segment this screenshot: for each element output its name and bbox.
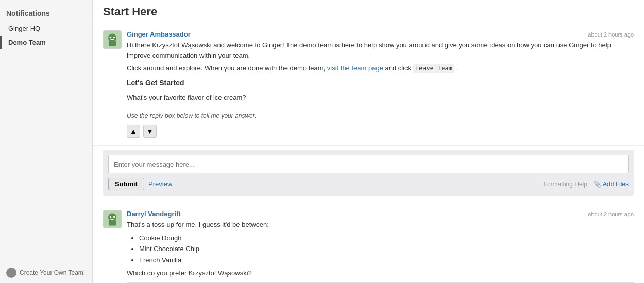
svg-point-3	[110, 37, 112, 39]
hint-1: Use the reply box below to tell me your …	[127, 111, 634, 120]
timestamp-2: about 2 hours ago	[588, 211, 634, 217]
sidebar-item-demo-team[interactable]: Demo Team	[0, 36, 92, 49]
main-content: Start Here Ginger Ambassador about 2 hou…	[93, 0, 644, 283]
plus-icon: +	[6, 268, 16, 278]
message-body-1: Hi there Krzysztof Wąsowski and welcome …	[127, 40, 634, 138]
reply-right-actions: Formatting Help 📎 Add Files	[544, 181, 629, 188]
sidebar-notifications-label: Notifications	[0, 5, 92, 22]
create-team-label: Create Your Own Team!	[20, 269, 85, 276]
add-files-link[interactable]: 📎 Add Files	[594, 181, 629, 188]
svg-point-9	[110, 216, 112, 218]
bold-heading-1: Let's Get Started	[127, 78, 634, 89]
svg-rect-8	[109, 220, 116, 226]
avatar-darryl	[103, 210, 122, 228]
timestamp-1: about 2 hours ago	[588, 31, 634, 38]
submit-button[interactable]: Submit	[108, 178, 144, 190]
avatar-ginger-ambassador	[103, 30, 122, 49]
message-body-2: That's a toss-up for me. I guess it'd be…	[127, 220, 634, 283]
divider-2	[127, 282, 634, 283]
list-item-cookie-dough: Cookie Dough	[139, 233, 634, 243]
sidebar-create-team[interactable]: + Create Your Own Team!	[0, 262, 92, 283]
body-intro-2: That's a toss-up for me. I guess it'd be…	[127, 220, 634, 230]
message-block-2: Darryl Vandegrift about 2 hours ago That…	[93, 203, 644, 283]
upvote-button-1[interactable]: ▲	[127, 125, 140, 138]
list-item-french-vanilla: French Vanilla	[139, 255, 634, 266]
question-1: What's your favorite flavor of ice cream…	[127, 93, 634, 103]
page-header: Start Here	[93, 0, 644, 23]
preview-link[interactable]: Preview	[148, 180, 172, 188]
reply-input[interactable]	[108, 155, 629, 173]
author-name-1: Ginger Ambassador	[127, 30, 191, 38]
vote-buttons-1: ▲ ▼	[127, 125, 634, 138]
leave-team-code: Leave Team	[413, 64, 454, 73]
reply-box: Submit Preview Formatting Help 📎 Add Fil…	[103, 150, 634, 196]
question-2: Which do you prefer Krzysztof Wąsowski?	[127, 268, 634, 278]
divider-1	[127, 107, 634, 107]
body-line2-1: Click around and explore. When you are d…	[127, 63, 634, 74]
svg-point-10	[113, 216, 115, 218]
page-title: Start Here	[103, 5, 634, 19]
sidebar-item-ginger-hq[interactable]: Ginger HQ	[0, 22, 92, 36]
author-name-2: Darryl Vandegrift	[127, 210, 181, 218]
paperclip-icon: 📎	[594, 181, 601, 188]
svg-rect-5	[110, 39, 114, 40]
sidebar: Notifications Ginger HQ Demo Team + Crea…	[0, 0, 93, 283]
formatting-help-link[interactable]: Formatting Help	[544, 181, 587, 188]
visit-team-page-link[interactable]: visit the team page	[327, 64, 383, 72]
message-1-content: Ginger Ambassador about 2 hours ago Hi t…	[127, 30, 634, 138]
bullet-list-2: Cookie Dough Mint Chocolate Chip French …	[139, 233, 634, 266]
body-intro-1: Hi there Krzysztof Wąsowski and welcome …	[127, 40, 634, 60]
svg-rect-2	[109, 41, 116, 46]
message-2-content: Darryl Vandegrift about 2 hours ago That…	[127, 210, 634, 283]
downvote-button-1[interactable]: ▼	[143, 125, 157, 138]
list-item-mint-chocolate-chip: Mint Chocolate Chip	[139, 244, 634, 254]
svg-point-4	[113, 37, 115, 39]
add-files-label: Add Files	[603, 181, 629, 188]
message-block-1: Ginger Ambassador about 2 hours ago Hi t…	[93, 23, 644, 146]
reply-actions: Submit Preview Formatting Help 📎 Add Fil…	[108, 178, 629, 190]
